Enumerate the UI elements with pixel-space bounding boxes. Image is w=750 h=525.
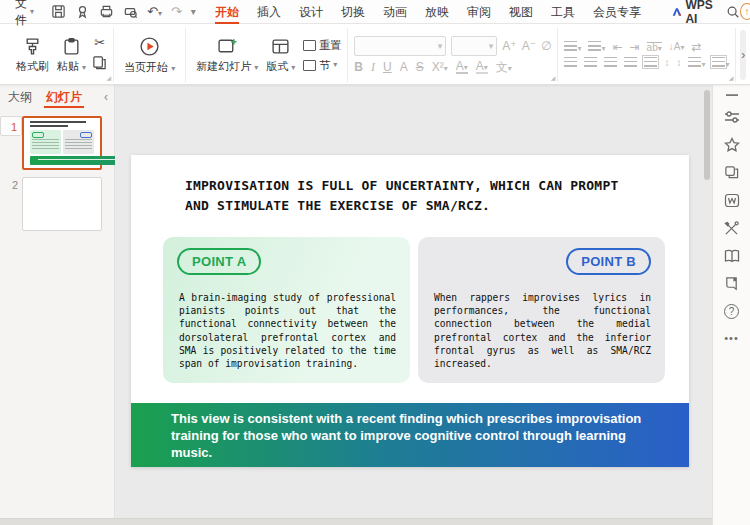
dialog-launcher-icon[interactable]: ◢ (551, 75, 556, 81)
menu-bar-right: ↑ 分享 (740, 3, 750, 21)
underline-button[interactable]: U (383, 61, 392, 73)
copy-layers-icon[interactable] (724, 165, 739, 180)
reset-label: 重置 (319, 38, 341, 53)
book-icon[interactable] (724, 249, 740, 263)
superscript-button[interactable]: X²▾ (432, 61, 448, 73)
collapse-sidebar-button[interactable] (725, 93, 739, 97)
bookmark-page-icon[interactable] (724, 276, 739, 291)
tab-tools[interactable]: 工具 (542, 0, 584, 24)
vertical-scrollbar[interactable] (704, 90, 710, 180)
tab-member[interactable]: 会员专享 (584, 0, 650, 24)
point-b-text[interactable]: When rappers improvises lyrics in perfor… (434, 291, 651, 370)
file-menu[interactable]: 文件 ▾ (12, 0, 37, 29)
tab-insert[interactable]: 插入 (248, 0, 290, 24)
numbered-list-button[interactable]: ▾ (588, 41, 605, 53)
text-direction-button[interactable]: ↓A▾ (669, 42, 685, 52)
decrease-font-button[interactable]: A⁻ (522, 40, 536, 52)
new-slide-label: 新建幻灯片 ▾ (196, 59, 258, 74)
font-name-select[interactable]: ▾ (354, 36, 446, 56)
tab-design[interactable]: 设计 (290, 0, 332, 24)
point-a-text[interactable]: A brain-imaging study of professional pi… (179, 291, 396, 370)
slide-1-editor[interactable]: IMPROVISATION IS FULL OF UNCERTAINTY, WH… (131, 155, 689, 467)
strikethrough-button[interactable]: S (416, 61, 424, 73)
slide-title[interactable]: IMPROVISATION IS FULL OF UNCERTAINTY, WH… (185, 176, 637, 216)
ribbon-toolbar: 格式刷 粘贴 ▾ ✂ ◢ 当页开始 ▾ 新建幻灯片 ▾ 版式 ▾ (0, 24, 750, 85)
star-favorites-icon[interactable] (724, 137, 740, 152)
decrease-spacing-button[interactable]: ↕ (676, 58, 681, 68)
print-preview-button[interactable] (123, 4, 138, 19)
distribute-button[interactable] (644, 57, 657, 69)
point-a-card[interactable]: POINT A A brain-imaging study of profess… (163, 237, 410, 383)
point-b-card[interactable]: POINT B When rappers improvises lyrics i… (418, 237, 665, 383)
tab-outline[interactable]: 大纲 (6, 85, 34, 109)
clipboard-section: 格式刷 粘贴 ▾ ✂ ◢ (6, 28, 114, 82)
point-a-badge[interactable]: POINT A (177, 248, 261, 275)
point-b-badge[interactable]: POINT B (566, 248, 651, 275)
tab-animation[interactable]: 动画 (374, 0, 416, 24)
paragraph-section: ▾ ▾ ⇤ ⇥ ab▾ ↓A▾ ⇄ ↕ ↕ ▾ ▾ ◢ (558, 28, 736, 82)
wps-ai-button[interactable]: WPS AI (672, 0, 716, 26)
conclusion-banner[interactable]: This view is consistent with a recent fi… (131, 403, 689, 467)
highlight-color-button[interactable]: A▾ (476, 60, 488, 74)
search-button[interactable] (726, 5, 740, 19)
ribbon-expand-button[interactable]: › (740, 30, 746, 80)
layout-button[interactable]: 版式 ▾ (262, 35, 299, 76)
tab-transition[interactable]: 切换 (332, 0, 374, 24)
customize-toolbar-chevron-icon[interactable]: ▾ (191, 7, 196, 17)
tab-view[interactable]: 视图 (500, 0, 542, 24)
text-effect-button[interactable]: A (400, 61, 408, 73)
font-color-button[interactable]: A▾ (456, 60, 468, 74)
character-border-button[interactable]: ab▾ (647, 42, 662, 53)
slide-2-thumbnail[interactable] (22, 177, 102, 231)
save-button[interactable] (51, 4, 66, 19)
align-left-button[interactable] (564, 57, 577, 69)
reset-button[interactable]: 重置 (303, 38, 341, 53)
editing-canvas[interactable]: IMPROVISATION IS FULL OF UNCERTAINTY, WH… (115, 85, 712, 518)
help-icon[interactable]: ? (724, 304, 739, 319)
clear-format-button[interactable]: ∅ (541, 40, 551, 52)
collapse-panel-chevron-icon[interactable]: ‹ (104, 90, 108, 104)
tab-slideshow[interactable]: 放映 (416, 0, 458, 24)
slide-thumbnail-item-1[interactable]: 1 (0, 116, 114, 170)
tab-slides[interactable]: 幻灯片 (44, 85, 84, 109)
align-right-button[interactable] (604, 57, 617, 69)
decrease-indent-button[interactable]: ⇤ (612, 41, 622, 53)
reset-icon (303, 40, 316, 51)
new-slide-button[interactable]: 新建幻灯片 ▾ (192, 35, 262, 76)
format-painter-button[interactable]: 格式刷 (12, 35, 53, 76)
play-from-current-button[interactable]: 当页开始 ▾ (120, 34, 179, 77)
tools-icon[interactable] (724, 221, 739, 236)
output-pdf-button[interactable] (75, 4, 90, 19)
section-button[interactable]: 节 ▾ (303, 58, 341, 73)
italic-button[interactable]: I (371, 61, 375, 73)
dialog-launcher-icon[interactable]: ◢ (729, 75, 734, 81)
redo-button[interactable]: ↷ (171, 4, 182, 19)
convert-button[interactable]: ⇄ (691, 41, 701, 53)
character-tool-button[interactable]: 文▾ (496, 61, 512, 73)
paste-button[interactable]: 粘贴 ▾ (53, 35, 90, 76)
dialog-launcher-icon[interactable]: ◢ (106, 75, 111, 81)
slide-thumbnail-item-2[interactable]: 2 (0, 177, 114, 231)
justify-button[interactable] (624, 57, 637, 69)
line-spacing-button[interactable]: ▾ (688, 57, 705, 69)
cut-button[interactable]: ✂ (94, 36, 105, 49)
align-center-button[interactable] (584, 57, 597, 69)
cloud-upload-icon[interactable]: ↑ (740, 3, 750, 20)
properties-sliders-icon[interactable] (724, 110, 740, 124)
undo-button[interactable]: ↶▾ (147, 4, 162, 19)
slide-1-thumbnail[interactable] (22, 116, 102, 170)
wps-template-icon[interactable] (724, 193, 740, 208)
print-button[interactable] (99, 4, 114, 19)
tab-home[interactable]: 开始 (206, 0, 248, 24)
panel-tabs: 大纲 幻灯片 ‹ (0, 85, 114, 109)
font-size-select[interactable]: ▾ (451, 36, 497, 56)
bold-button[interactable]: B (354, 61, 363, 73)
more-options-icon[interactable]: ••• (724, 332, 739, 344)
increase-indent-button[interactable]: ⇥ (630, 41, 640, 53)
paragraph-settings-button[interactable]: ▾ (712, 57, 729, 69)
bullet-list-button[interactable]: ▾ (564, 41, 581, 53)
increase-font-button[interactable]: A⁺ (502, 40, 516, 52)
tab-review[interactable]: 审阅 (458, 0, 500, 24)
increase-spacing-button[interactable]: ↕ (664, 58, 669, 68)
copy-button[interactable] (92, 55, 107, 74)
